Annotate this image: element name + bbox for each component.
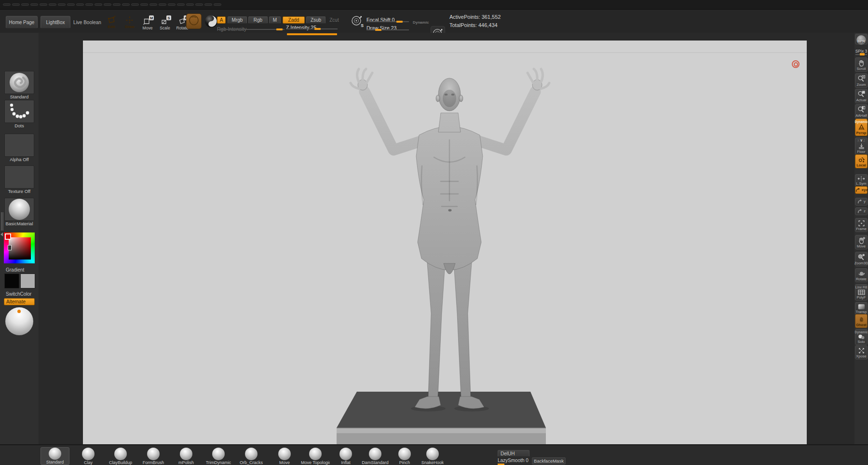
focal-shift-slider[interactable]: Focal Shift 0 — [366, 15, 409, 22]
edge-scroll-line[interactable] — [1, 212, 2, 231]
right-shelf-solo[interactable]: DynamicSolo — [855, 329, 868, 345]
brush-thumb-orb-cracks[interactable]: Orb_Cracks — [237, 447, 266, 465]
brush-thumb-clay[interactable]: Clay — [74, 447, 103, 465]
brush-thumb-mpolish[interactable]: mPolish — [172, 447, 201, 465]
menu-item[interactable] — [40, 3, 47, 6]
edit-mode-button[interactable]: Edit — [103, 13, 120, 29]
menu-item[interactable] — [3, 3, 11, 6]
right-shelf-persp[interactable]: DynamicPersp — [855, 119, 868, 136]
shelf-thumb[interactable]: Dots — [4, 100, 34, 128]
menu-item[interactable] — [104, 3, 111, 6]
right-shelf-aahalf[interactable]: AAHalf — [855, 104, 868, 119]
light-position-dot[interactable] — [17, 310, 21, 313]
stroke-curve-dial[interactable]: S — [351, 14, 363, 27]
menu-item[interactable] — [122, 3, 130, 6]
gradient-label[interactable]: Gradient — [6, 267, 24, 273]
lightbox-button[interactable]: LightBox — [41, 16, 70, 28]
color-picker[interactable] — [4, 232, 35, 263]
shelf-thumb[interactable]: Alpha Off — [4, 134, 34, 162]
right-shelf-local[interactable]: Local — [855, 154, 868, 168]
brush-thumb-snakehook[interactable]: SnakeHook — [418, 447, 447, 465]
shelf-thumb[interactable]: Standard — [4, 71, 34, 99]
right-shelf-bpr[interactable]: BPR — [855, 34, 868, 44]
z-intensity-slider[interactable]: Z Intensity 25 — [286, 23, 338, 29]
spix-handle[interactable] — [860, 53, 865, 55]
document-canvas[interactable] — [83, 41, 807, 444]
menu-item[interactable] — [214, 3, 221, 6]
right-shelf-floor[interactable]: XYZFloor — [855, 137, 868, 155]
saturation-value-square[interactable] — [9, 237, 31, 260]
right-shelf-zoom[interactable]: Zoom — [855, 73, 868, 88]
menu-item[interactable] — [95, 3, 102, 6]
right-shelf-transp[interactable]: Transp — [855, 302, 868, 315]
menu-item[interactable] — [76, 3, 84, 6]
menu-item[interactable] — [204, 3, 212, 6]
paint-a-button[interactable]: A — [217, 16, 226, 24]
scale-mode-button[interactable]: S Scale — [156, 13, 174, 30]
menu-item[interactable] — [58, 3, 66, 6]
right-shelf-actual[interactable]: Actual — [855, 89, 868, 103]
paint-mrgb-button[interactable]: Mrgb — [228, 16, 247, 24]
brush-thumb-move[interactable]: Move — [270, 447, 299, 465]
menu-item[interactable] — [149, 3, 157, 6]
rgb-intensity-slider[interactable]: Rgb Intensity — [217, 24, 285, 30]
paint-rgb-button[interactable]: Rgb — [248, 16, 268, 24]
menu-item[interactable] — [186, 3, 194, 6]
focal-shift-handle[interactable] — [396, 21, 403, 23]
right-shelf-l-sym[interactable]: L.Sym — [855, 174, 868, 187]
tray-collapse-arrow-icon[interactable] — [0, 232, 3, 236]
brush-thumb-claybuildup[interactable]: ClayBuildup — [106, 447, 135, 465]
right-shelf-xpose[interactable]: Xpose — [855, 345, 868, 359]
menu-item[interactable] — [195, 3, 203, 6]
menu-item[interactable] — [159, 3, 166, 6]
menu-item[interactable] — [67, 3, 75, 6]
right-shelf-xyz[interactable]: xyz — [855, 186, 868, 194]
brush-thumb-damstandard[interactable]: DamStandard — [361, 447, 390, 465]
brush-thumb-formbrush[interactable]: FormBrush — [139, 447, 168, 465]
right-shelf-rotate[interactable]: Rotate — [855, 268, 868, 282]
right-shelf-scroll[interactable]: Scroll — [855, 57, 868, 72]
shelf-thumb[interactable]: Texture Off — [4, 165, 34, 194]
paint-m-button[interactable]: M — [269, 16, 281, 24]
right-shelf-polyf[interactable]: Line FillPolyF — [855, 284, 868, 301]
lazysmooth-slider[interactable]: LazySmooth 0 — [498, 458, 529, 463]
menu-item[interactable] — [131, 3, 139, 6]
deluh-brush-button[interactable]: DelUH — [498, 450, 529, 457]
material-preview-button[interactable] — [204, 14, 218, 28]
main-color-swatch[interactable] — [4, 274, 19, 288]
right-shelf-move[interactable]: Move — [855, 235, 868, 249]
stroke-preview-button[interactable] — [186, 14, 202, 29]
menu-item[interactable] — [12, 3, 20, 6]
alternate-button[interactable]: Alternate — [4, 298, 35, 305]
shelf-thumb[interactable]: BasicMaterial — [4, 198, 34, 226]
brush-thumb-inflat[interactable]: Inflat — [331, 447, 360, 465]
draw-size-slider[interactable]: Draw Size 23 — [366, 23, 409, 30]
right-shelf-zoom3d[interactable]: Zoom3D — [855, 252, 868, 266]
switchcolor-button[interactable]: SwitchColor — [6, 291, 31, 297]
brush-thumb-pinch[interactable]: Pinch — [390, 447, 419, 465]
menu-item[interactable] — [113, 3, 121, 6]
home-page-button[interactable]: Home Page — [6, 16, 38, 28]
menu-item[interactable] — [49, 3, 56, 6]
live-boolean-button[interactable]: Live Boolean — [72, 16, 102, 28]
sculpt-figure[interactable] — [83, 41, 807, 444]
sv-cursor[interactable] — [8, 245, 12, 250]
menu-item[interactable] — [30, 3, 38, 6]
floor-axis-toggles[interactable]: XYZ — [857, 139, 866, 142]
secondary-color-swatch[interactable] — [20, 274, 35, 288]
menu-item[interactable] — [21, 3, 29, 6]
brush-thumb-trimdynamic[interactable]: TrimDynamic — [204, 447, 233, 465]
right-shelf-frame[interactable]: Frame — [855, 218, 868, 232]
menu-item[interactable] — [85, 3, 93, 6]
menu-item[interactable] — [140, 3, 148, 6]
menu-item[interactable] — [168, 3, 176, 6]
z-intensity-handle[interactable] — [314, 28, 321, 30]
edge-scroll-line[interactable] — [2, 212, 3, 231]
menu-item[interactable] — [177, 3, 185, 6]
draw-size-handle[interactable] — [375, 29, 381, 31]
hue-cursor[interactable] — [5, 233, 11, 240]
rgb-intensity-handle[interactable] — [276, 28, 283, 30]
right-shelf-ghost[interactable]: Ghost — [855, 314, 868, 328]
backfacemask-button[interactable]: BackfaceMask — [532, 457, 566, 465]
right-shelf-y[interactable]: y — [855, 198, 868, 205]
